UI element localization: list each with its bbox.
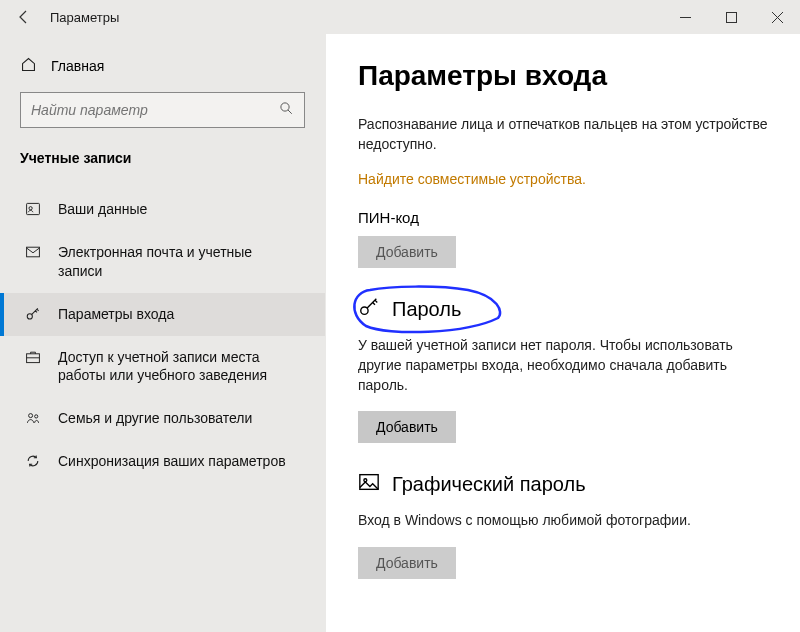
- window-controls: [662, 0, 800, 34]
- window-title: Параметры: [50, 10, 119, 25]
- sidebar: Главная Учетные записи Ваши данные: [0, 34, 326, 632]
- picture-password-title: Графический пароль: [392, 473, 586, 496]
- sidebar-item-label: Доступ к учетной записи места работы или…: [58, 348, 305, 386]
- home-label: Главная: [51, 58, 104, 74]
- picture-password-desc: Вход в Windows с помощью любимой фотогра…: [358, 510, 768, 530]
- people-icon: [24, 409, 42, 426]
- svg-point-7: [29, 207, 32, 210]
- pin-heading: ПИН-код: [358, 209, 768, 226]
- sidebar-item-family-users[interactable]: Семья и другие пользователи: [0, 397, 325, 440]
- intro-text: Распознавание лица и отпечатков пальцев …: [358, 114, 768, 155]
- person-badge-icon: [24, 200, 42, 217]
- key-icon: [358, 296, 380, 323]
- svg-point-13: [361, 307, 368, 314]
- sidebar-item-label: Электронная почта и учетные записи: [58, 243, 305, 281]
- key-icon: [24, 305, 42, 322]
- sidebar-item-label: Синхронизация ваших параметров: [58, 452, 305, 471]
- titlebar: Параметры: [0, 0, 800, 34]
- password-add-button[interactable]: Добавить: [358, 411, 456, 443]
- nav-list: Ваши данные Электронная почта и учетные …: [0, 182, 325, 483]
- sidebar-section-title: Учетные записи: [0, 150, 325, 182]
- back-button[interactable]: [10, 3, 38, 31]
- picture-password-add-button[interactable]: Добавить: [358, 547, 456, 579]
- content-pane: Параметры входа Распознавание лица и отп…: [326, 34, 800, 632]
- svg-point-12: [35, 415, 38, 418]
- maximize-button[interactable]: [708, 0, 754, 34]
- svg-point-9: [27, 314, 32, 319]
- sidebar-item-label: Семья и другие пользователи: [58, 409, 305, 428]
- home-icon: [20, 56, 37, 76]
- mail-icon: [24, 243, 42, 260]
- sidebar-item-sign-in-options[interactable]: Параметры входа: [0, 293, 325, 336]
- close-button[interactable]: [754, 0, 800, 34]
- svg-line-5: [288, 110, 292, 114]
- picture-icon: [358, 471, 380, 498]
- pin-add-button[interactable]: Добавить: [358, 236, 456, 268]
- svg-rect-8: [27, 247, 40, 257]
- svg-rect-6: [27, 203, 40, 214]
- search-input[interactable]: [31, 102, 279, 118]
- sidebar-item-your-info[interactable]: Ваши данные: [0, 188, 325, 231]
- password-title: Пароль: [392, 298, 461, 321]
- briefcase-icon: [24, 348, 42, 365]
- compatible-devices-link[interactable]: Найдите совместимые устройства.: [358, 171, 768, 187]
- picture-password-section-head: Графический пароль: [358, 471, 768, 498]
- svg-rect-1: [726, 12, 736, 22]
- sync-icon: [24, 452, 42, 469]
- minimize-button[interactable]: [662, 0, 708, 34]
- svg-point-11: [29, 414, 33, 418]
- password-desc: У вашей учетной записи нет пароля. Чтобы…: [358, 335, 768, 396]
- password-section-head: Пароль: [358, 296, 768, 323]
- page-title: Параметры входа: [358, 60, 768, 92]
- search-icon: [279, 101, 294, 119]
- home-link[interactable]: Главная: [0, 52, 325, 92]
- sidebar-item-label: Ваши данные: [58, 200, 305, 219]
- sidebar-item-email-accounts[interactable]: Электронная почта и учетные записи: [0, 231, 325, 293]
- svg-point-4: [281, 103, 289, 111]
- sidebar-item-work-access[interactable]: Доступ к учетной записи места работы или…: [0, 336, 325, 398]
- search-box[interactable]: [20, 92, 305, 128]
- sidebar-item-label: Параметры входа: [58, 305, 305, 324]
- sidebar-item-sync[interactable]: Синхронизация ваших параметров: [0, 440, 325, 483]
